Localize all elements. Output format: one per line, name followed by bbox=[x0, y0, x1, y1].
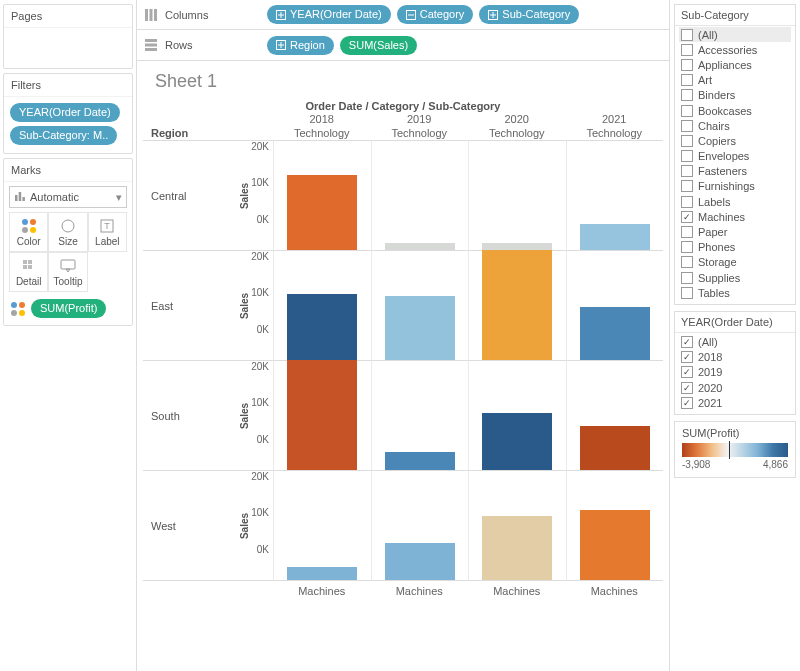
bar[interactable] bbox=[287, 567, 357, 580]
svg-rect-24 bbox=[145, 48, 157, 51]
filter-item-label: Chairs bbox=[698, 120, 730, 132]
mark-size[interactable]: Size bbox=[48, 212, 87, 252]
svg-text:T: T bbox=[105, 221, 111, 231]
svg-rect-22 bbox=[145, 39, 157, 42]
bar[interactable] bbox=[580, 224, 650, 250]
y-tick: 20K bbox=[251, 251, 269, 287]
svg-rect-7 bbox=[28, 260, 32, 264]
bar-cell bbox=[371, 470, 469, 580]
filter-item[interactable]: Envelopes bbox=[679, 149, 791, 164]
bar[interactable] bbox=[287, 294, 357, 360]
row-pill-region[interactable]: Region bbox=[267, 36, 334, 55]
sheet-title: Sheet 1 bbox=[155, 71, 663, 92]
checkbox-icon bbox=[681, 44, 693, 56]
mark-color[interactable]: Color bbox=[9, 212, 48, 252]
filter-item[interactable]: 2019 bbox=[679, 365, 791, 380]
checkbox-icon bbox=[681, 74, 693, 86]
filter-pill-subcat[interactable]: Sub-Category: M.. bbox=[10, 126, 117, 145]
row-label: East bbox=[143, 250, 233, 360]
filter-item-label: (All) bbox=[698, 336, 718, 348]
bar[interactable] bbox=[385, 296, 455, 360]
filter-item[interactable]: 2018 bbox=[679, 350, 791, 365]
checkbox-icon bbox=[681, 366, 693, 378]
checkbox-icon bbox=[681, 397, 693, 409]
filter-pill-year[interactable]: YEAR(Order Date) bbox=[10, 103, 120, 122]
filter-item[interactable]: (All) bbox=[679, 27, 791, 42]
y-axis: Sales20K10K0K bbox=[233, 360, 273, 470]
filter-item-label: (All) bbox=[698, 29, 718, 41]
mark-type-dropdown[interactable]: Automatic ▾ bbox=[9, 186, 127, 208]
bar[interactable] bbox=[482, 243, 552, 250]
svg-point-3 bbox=[62, 220, 74, 232]
shelves: Columns YEAR(Order Date) Category Sub-Ca… bbox=[137, 0, 669, 61]
bar[interactable] bbox=[287, 360, 357, 470]
filter-item[interactable]: Storage bbox=[679, 255, 791, 270]
y-tick: 0K bbox=[251, 324, 269, 360]
filter-item[interactable]: (All) bbox=[679, 334, 791, 349]
checkbox-icon bbox=[681, 105, 693, 117]
filter-item[interactable]: Paper bbox=[679, 224, 791, 239]
filter-item[interactable]: Bookcases bbox=[679, 103, 791, 118]
bar-cell bbox=[273, 470, 371, 580]
filter-item[interactable]: Appliances bbox=[679, 57, 791, 72]
filter-item[interactable]: Binders bbox=[679, 88, 791, 103]
marks-grid: Color Size T Label Detail Tooltip bbox=[9, 212, 127, 292]
bar-cell bbox=[273, 250, 371, 360]
checkbox-icon bbox=[681, 226, 693, 238]
row-pill-sales[interactable]: SUM(Sales) bbox=[340, 36, 417, 55]
checkbox-icon bbox=[681, 59, 693, 71]
chart: Order Date / Category / Sub-Category2018… bbox=[143, 100, 663, 601]
col-pill-subcategory[interactable]: Sub-Category bbox=[479, 5, 579, 24]
bar[interactable] bbox=[580, 510, 650, 580]
col-pill-year[interactable]: YEAR(Order Date) bbox=[267, 5, 391, 24]
rows-shelf[interactable]: Rows Region SUM(Sales) bbox=[137, 30, 669, 60]
svg-rect-9 bbox=[28, 265, 32, 269]
filter-item[interactable]: Machines bbox=[679, 209, 791, 224]
filter-item[interactable]: Fasteners bbox=[679, 164, 791, 179]
columns-shelf[interactable]: Columns YEAR(Order Date) Category Sub-Ca… bbox=[137, 0, 669, 30]
filter-item-label: Storage bbox=[698, 256, 737, 268]
col-header-year: 2019 bbox=[371, 112, 469, 126]
filter-item[interactable]: Supplies bbox=[679, 270, 791, 285]
filter-item[interactable]: 2021 bbox=[679, 395, 791, 410]
checkbox-icon bbox=[681, 336, 693, 348]
filter-item[interactable]: Chairs bbox=[679, 118, 791, 133]
checkbox-icon bbox=[681, 272, 693, 284]
checkbox-icon bbox=[681, 89, 693, 101]
y-axis: Sales20K10K0K bbox=[233, 250, 273, 360]
bar[interactable] bbox=[580, 426, 650, 470]
svg-rect-8 bbox=[23, 265, 27, 269]
filter-item[interactable]: Furnishings bbox=[679, 179, 791, 194]
marks-profit-pill[interactable]: SUM(Profit) bbox=[31, 299, 106, 318]
bar[interactable] bbox=[287, 175, 357, 250]
y-axis: Sales20K10K0K bbox=[233, 140, 273, 250]
filter-item[interactable]: Art bbox=[679, 73, 791, 88]
center-panel: Columns YEAR(Order Date) Category Sub-Ca… bbox=[137, 0, 670, 671]
year-filter-title: YEAR(Order Date) bbox=[675, 312, 795, 333]
filter-item[interactable]: Labels bbox=[679, 194, 791, 209]
filter-item[interactable]: Accessories bbox=[679, 42, 791, 57]
row-label: Central bbox=[143, 140, 233, 250]
col-header-category: Technology bbox=[468, 126, 566, 140]
bar[interactable] bbox=[385, 452, 455, 470]
filter-item[interactable]: Tables bbox=[679, 285, 791, 300]
pages-card: Pages bbox=[3, 4, 133, 69]
bar[interactable] bbox=[385, 243, 455, 250]
checkbox-icon bbox=[681, 196, 693, 208]
filter-item[interactable]: 2020 bbox=[679, 380, 791, 395]
bar[interactable] bbox=[482, 413, 552, 470]
checkbox-icon bbox=[681, 120, 693, 132]
bar[interactable] bbox=[580, 307, 650, 360]
mark-detail[interactable]: Detail bbox=[9, 252, 48, 292]
mark-type-label: Automatic bbox=[30, 191, 79, 203]
bar[interactable] bbox=[385, 543, 455, 580]
col-pill-category[interactable]: Category bbox=[397, 5, 474, 24]
filter-item[interactable]: Phones bbox=[679, 240, 791, 255]
mark-tooltip[interactable]: Tooltip bbox=[48, 252, 87, 292]
bar-cell bbox=[273, 140, 371, 250]
filter-item-label: Binders bbox=[698, 89, 735, 101]
bar[interactable] bbox=[482, 516, 552, 580]
bar[interactable] bbox=[482, 250, 552, 360]
mark-label[interactable]: T Label bbox=[88, 212, 127, 252]
filter-item[interactable]: Copiers bbox=[679, 133, 791, 148]
